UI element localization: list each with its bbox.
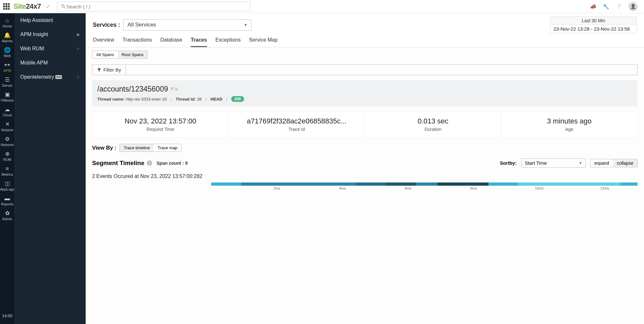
nav-metrics[interactable]: ≡Metrics [0, 163, 14, 178]
time-range-value: 23-Nov-22 13:28 - 23-Nov-22 13:58 [550, 25, 637, 33]
logo[interactable]: Site24x7 [14, 2, 41, 11]
timeline-tick: 10ms [535, 186, 544, 190]
viewby-toggle: Trace timeline Trace map [119, 144, 182, 152]
timeline-tick: 12ms [601, 186, 609, 190]
nav-rum[interactable]: ⊕RUM [0, 149, 14, 163]
nav-reports[interactable]: ▬Reports [0, 193, 14, 208]
icon-nav: ⌂Home 🔔Alarms 🌐Web 👓APM ☰Server ▣VMware … [0, 13, 14, 324]
chevron-right-icon: ▶ [77, 32, 80, 37]
timeline-tick: 2ms [273, 186, 280, 190]
sub-sidebar: Help Assistant APM Insight▶ Web RUM+ Mob… [14, 13, 86, 324]
nav-home[interactable]: ⌂Home [0, 15, 14, 30]
help-icon[interactable]: ❔ [616, 4, 622, 10]
pvt-badge: Pvt [55, 75, 62, 79]
card-trace-id: a71769f2f328ac2e06858835c...Trace Id [229, 111, 365, 138]
span-filter-all[interactable]: All Spans [92, 51, 118, 58]
avatar[interactable] [629, 2, 638, 11]
timeline-segment[interactable] [620, 182, 638, 186]
tab-overview[interactable]: Overview [93, 37, 114, 47]
wrench-icon[interactable]: 🔧 [603, 4, 609, 10]
search-field[interactable] [66, 4, 247, 9]
card-request-time: Nov 23, 2022 13:57:00Request Time [92, 111, 229, 138]
sort-select[interactable]: Start Time▼ [521, 158, 586, 168]
viewby-map[interactable]: Trace map [154, 144, 181, 152]
tab-traces[interactable]: Traces [191, 37, 207, 47]
span-filter-toggle: All Spans Root Spans [92, 51, 148, 59]
nav-network[interactable]: ⚙Network [0, 134, 14, 149]
http-method: HEAD [211, 97, 223, 102]
apps-grid-icon[interactable] [3, 3, 10, 10]
nav-cloud[interactable]: ☁Cloud [0, 104, 14, 119]
timeline-tick: 6ms [405, 186, 412, 190]
timeline-segment[interactable] [518, 182, 620, 186]
subside-help[interactable]: Help Assistant [14, 13, 86, 27]
status-badge: 200 [231, 96, 244, 102]
collapse-icon[interactable]: ⇱⇲ [171, 87, 178, 92]
subside-mobile-apm[interactable]: Mobile APM [14, 56, 86, 70]
tabs: Overview Transactions Database Traces Ex… [86, 33, 644, 47]
card-age: 3 minutes agoAge [501, 111, 637, 138]
timeline-ticks: 2ms4ms6ms8ms10ms12ms [211, 186, 638, 192]
nav-vmware[interactable]: ▣VMware [0, 89, 14, 104]
timeline-segment[interactable] [356, 182, 386, 186]
search-icon [61, 4, 66, 9]
plus-icon[interactable]: + [76, 45, 80, 52]
timeline-segment[interactable] [241, 182, 356, 186]
viewby-timeline[interactable]: Trace timeline [120, 144, 154, 152]
chevron-down-icon: ▼ [579, 161, 582, 165]
announce-icon[interactable]: 📣 [590, 4, 596, 10]
nav-apm[interactable]: 👓APM [0, 60, 14, 74]
info-icon[interactable]: i [147, 161, 152, 166]
events-summary: 2 Events Occured at Nov 23, 2022 13:57:0… [92, 173, 638, 179]
tab-database[interactable]: Database [160, 37, 183, 47]
timeline-segment[interactable] [416, 182, 437, 186]
collapse-button[interactable]: collapse [613, 159, 637, 167]
plus-icon[interactable]: + [76, 74, 80, 81]
span-count: Span count : 9 [156, 161, 187, 166]
nav-admin[interactable]: ✿Admin [0, 208, 14, 223]
expand-icon[interactable]: ⤢ [46, 5, 50, 8]
timeline-segment[interactable] [437, 182, 488, 186]
time-range-preset: Last 30 Min [550, 17, 637, 25]
search-input[interactable] [57, 2, 250, 11]
thread-id-label: Thread Id: [175, 97, 196, 102]
expand-collapse-group: expand collapse [590, 159, 638, 167]
nav-web[interactable]: 🌐Web [0, 45, 14, 60]
services-label: Services : [93, 22, 120, 28]
filter-by-button[interactable]: Filter By [92, 64, 126, 75]
card-duration: 0.013 secDuration [365, 111, 501, 138]
timeline: 2ms4ms6ms8ms10ms12ms [92, 182, 638, 195]
subside-otel[interactable]: OpentelemetryPvt+ [14, 70, 86, 84]
tab-exceptions[interactable]: Exceptions [215, 37, 241, 47]
subside-web-rum[interactable]: Web RUM+ [14, 42, 86, 56]
expand-button[interactable]: expand [591, 159, 613, 167]
nav-applogs[interactable]: ◫AppLogs [0, 178, 14, 193]
timeline-tick: 8ms [470, 186, 477, 190]
timeline-segment[interactable] [488, 182, 518, 186]
clock: 14:00 [2, 309, 13, 324]
nav-nutanix[interactable]: ✕Nutanix [0, 119, 14, 134]
chevron-down-icon: ▼ [244, 23, 247, 27]
subside-apm-insight[interactable]: APM Insight▶ [14, 27, 86, 42]
sort-label: Sortby: [500, 160, 517, 166]
funnel-icon [97, 68, 101, 72]
viewby-label: View By : [92, 145, 116, 151]
time-range-box[interactable]: Last 30 Min 23-Nov-22 13:28 - 23-Nov-22 … [550, 16, 637, 33]
nav-server[interactable]: ☰Server [0, 74, 14, 89]
services-select[interactable]: All Services▼ [123, 19, 251, 31]
tab-transactions[interactable]: Transactions [123, 37, 152, 47]
thread-id-value: 38 [197, 97, 202, 102]
filter-input[interactable] [126, 64, 638, 75]
thread-name-label: Thread name: [97, 97, 125, 102]
timeline-tick: 4ms [339, 186, 346, 190]
tab-service-map[interactable]: Service Map [249, 37, 278, 47]
timeline-segment[interactable] [386, 182, 416, 186]
timeline-segment[interactable] [211, 182, 241, 186]
nav-alarms[interactable]: 🔔Alarms [0, 30, 14, 45]
span-filter-root[interactable]: Root Spans [118, 51, 147, 58]
segment-title: Segment Timeline i [92, 160, 152, 167]
trace-path: /accounts/123456009 [97, 85, 168, 93]
thread-name-value: http-nio-3333-exec-10 [126, 97, 167, 102]
timeline-track[interactable] [211, 182, 638, 186]
